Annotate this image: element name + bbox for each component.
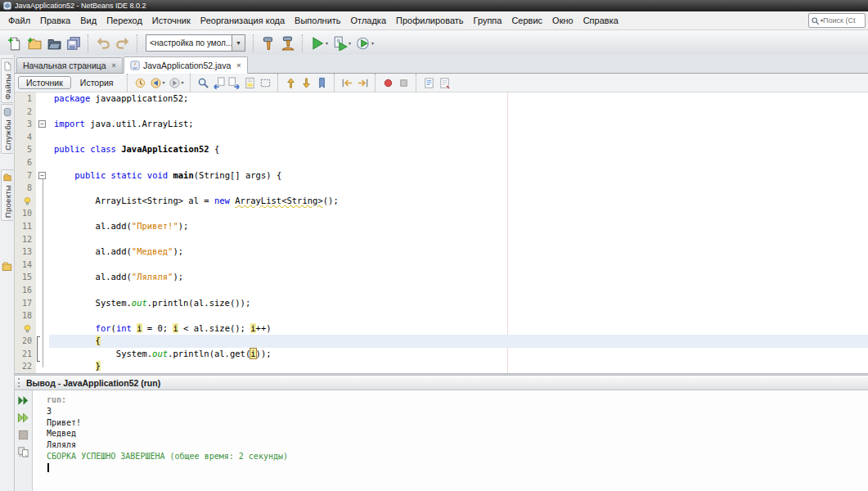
stop-macro-button[interactable] xyxy=(396,76,412,90)
open-project-button[interactable] xyxy=(44,33,64,54)
menu-item-12[interactable]: Справка xyxy=(578,13,623,28)
comment-button[interactable] xyxy=(421,76,437,90)
menu-item-1[interactable]: Правка xyxy=(35,13,75,28)
toggle-highlight-button[interactable] xyxy=(242,76,258,90)
line-number[interactable]: 1 xyxy=(15,92,36,106)
line-number[interactable] xyxy=(15,195,36,208)
editor-line-9[interactable]: ArrayList<String> al = new ArrayList<Str… xyxy=(15,195,868,208)
editor-line-6[interactable]: 6 xyxy=(15,156,868,169)
menu-item-8[interactable]: Профилировать xyxy=(391,13,469,28)
editor-line-17[interactable]: 17 System.out.println(al.size()); xyxy=(15,297,868,310)
line-number[interactable]: 21 xyxy=(15,348,36,361)
last-edit-button[interactable] xyxy=(133,76,148,90)
line-number[interactable]: 13 xyxy=(15,246,36,259)
save-all-button[interactable] xyxy=(64,33,83,54)
editor-line-16[interactable]: 16 xyxy=(15,284,868,297)
search-input[interactable] xyxy=(823,16,856,25)
menu-item-6[interactable]: Выполнить xyxy=(290,13,345,28)
close-tab-icon[interactable]: × xyxy=(236,61,241,70)
history-view-button[interactable]: История xyxy=(73,77,121,88)
redo-button[interactable] xyxy=(113,33,133,54)
dock-tab-1[interactable]: Службы xyxy=(1,104,13,154)
menu-item-0[interactable]: Файл xyxy=(3,13,35,28)
line-number[interactable]: 7 xyxy=(15,169,36,182)
editor-line-8[interactable]: 8 xyxy=(15,182,868,195)
menu-item-9[interactable]: Группа xyxy=(469,13,507,28)
config-combo[interactable]: <настройка по умол...▼ xyxy=(146,34,245,52)
editor-line-2[interactable]: 2 xyxy=(15,106,868,119)
previous-bookmark-button[interactable] xyxy=(283,76,299,90)
editor-line-20[interactable]: 20 { xyxy=(15,335,868,348)
find-selection-button[interactable] xyxy=(196,76,211,90)
line-number[interactable]: 16 xyxy=(15,284,36,297)
output-drag-handle[interactable] xyxy=(18,378,22,387)
code-editor[interactable]: 1package javaapplication52;23−import jav… xyxy=(15,92,868,373)
new-file-button[interactable] xyxy=(5,33,25,54)
menu-item-4[interactable]: Источник xyxy=(147,13,196,28)
build-project-button[interactable] xyxy=(259,33,278,54)
line-number[interactable]: 6 xyxy=(15,156,36,169)
editor-line-12[interactable]: 12 xyxy=(15,233,868,246)
editor-line-4[interactable]: 4 xyxy=(15,131,868,144)
project-folder-icon[interactable] xyxy=(2,261,12,272)
line-number[interactable]: 15 xyxy=(15,271,36,284)
line-number[interactable] xyxy=(15,322,36,336)
line-number[interactable]: 12 xyxy=(15,233,36,246)
undo-button[interactable] xyxy=(93,33,113,54)
editor-line-22[interactable]: 22 } xyxy=(15,360,868,373)
menu-item-3[interactable]: Переход xyxy=(101,13,147,28)
debug-project-button[interactable]: ▾ xyxy=(331,33,353,54)
line-number[interactable]: 22 xyxy=(15,360,36,373)
next-bookmark-button[interactable] xyxy=(299,76,314,90)
source-view-button[interactable]: Источник xyxy=(18,76,71,89)
config-combo-dropdown[interactable]: ▼ xyxy=(232,35,245,51)
rerun-modified-button[interactable] xyxy=(16,411,31,425)
new-project-button[interactable] xyxy=(25,33,44,54)
line-number[interactable]: 14 xyxy=(15,259,36,272)
rectangular-selection-button[interactable] xyxy=(258,76,273,90)
dock-tab-0[interactable]: Файлы xyxy=(1,58,13,103)
clean-build-project-button[interactable] xyxy=(278,33,298,54)
uncomment-button[interactable] xyxy=(437,76,452,90)
editor-line-14[interactable]: 14 xyxy=(15,259,868,272)
document-tab-0[interactable]: Начальная страница× xyxy=(16,57,123,73)
editor-line-21[interactable]: 21 System.out.println(al.get(i)); xyxy=(15,348,868,361)
quick-search[interactable]: ▾ xyxy=(808,13,866,28)
editor-line-7[interactable]: 7− public static void main(String[] args… xyxy=(15,169,868,182)
editor-line-19[interactable]: for(int i = 0; i < al.size(); i++) xyxy=(15,322,868,336)
line-number[interactable]: 4 xyxy=(15,131,36,144)
record-macro-button[interactable] xyxy=(380,76,396,90)
find-next-button[interactable] xyxy=(227,76,242,90)
line-number[interactable]: 10 xyxy=(15,207,36,220)
menu-item-2[interactable]: Вид xyxy=(75,13,101,28)
editor-line-18[interactable]: 18 xyxy=(15,309,868,322)
line-number[interactable]: 18 xyxy=(15,309,36,322)
close-tab-icon[interactable]: × xyxy=(112,61,116,70)
editor-line-10[interactable]: 10 xyxy=(15,207,868,220)
menu-item-7[interactable]: Отладка xyxy=(346,13,391,28)
editor-line-3[interactable]: 3−import java.util.ArrayList; xyxy=(15,118,868,131)
ant-settings-button[interactable] xyxy=(16,445,31,459)
forward-button[interactable]: ▾ xyxy=(167,76,186,90)
menu-item-10[interactable]: Сервис xyxy=(506,13,547,28)
profile-project-button[interactable]: ▾ xyxy=(353,33,376,54)
rerun-button[interactable] xyxy=(16,394,31,408)
dock-tab-2[interactable]: Проекты xyxy=(1,169,13,221)
fold-collapse-icon[interactable]: − xyxy=(38,172,46,179)
line-number[interactable]: 5 xyxy=(15,143,36,156)
editor-line-1[interactable]: 1package javaapplication52; xyxy=(15,92,868,106)
shift-left-button[interactable] xyxy=(340,76,355,90)
editor-line-15[interactable]: 15 al.add("Ляляля"); xyxy=(15,271,868,284)
line-number[interactable]: 8 xyxy=(15,182,36,195)
menu-item-5[interactable]: Реорганизация кода xyxy=(196,13,290,28)
menu-item-11[interactable]: Окно xyxy=(547,13,578,28)
line-number[interactable]: 2 xyxy=(15,106,36,119)
back-button[interactable]: ▾ xyxy=(148,76,167,90)
run-project-button[interactable]: ▾ xyxy=(308,33,331,54)
output-text[interactable]: run:3Привет!МедведЛяляляСБОРКА УСПЕШНО З… xyxy=(33,390,868,491)
line-number[interactable]: 20 xyxy=(15,335,36,348)
find-previous-button[interactable] xyxy=(211,76,227,90)
toggle-bookmark-button[interactable] xyxy=(314,76,330,90)
fold-collapse-icon[interactable]: − xyxy=(38,120,46,128)
editor-line-11[interactable]: 11 al.add("Привет!"); xyxy=(15,220,868,233)
